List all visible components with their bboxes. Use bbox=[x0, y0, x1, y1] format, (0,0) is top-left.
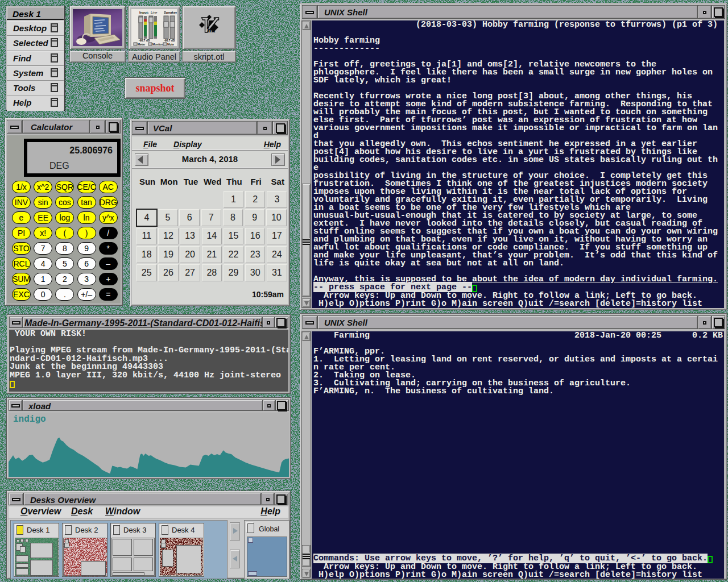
svg-text:Speaker: Speaker bbox=[164, 11, 177, 14]
svg-text:Monitor: Monitor bbox=[152, 43, 163, 46]
svg-text:-98.7 dB: -98.7 dB bbox=[164, 39, 175, 42]
svg-text:Meter: Meter bbox=[138, 43, 145, 46]
svg-text:-98.7 dB: -98.7 dB bbox=[139, 39, 150, 42]
svg-text:Mute: Mute bbox=[167, 43, 174, 46]
svg-text:Line: Line bbox=[151, 11, 158, 14]
svg-text:Input:: Input: bbox=[139, 11, 149, 14]
svg-text:im: im bbox=[207, 26, 216, 34]
